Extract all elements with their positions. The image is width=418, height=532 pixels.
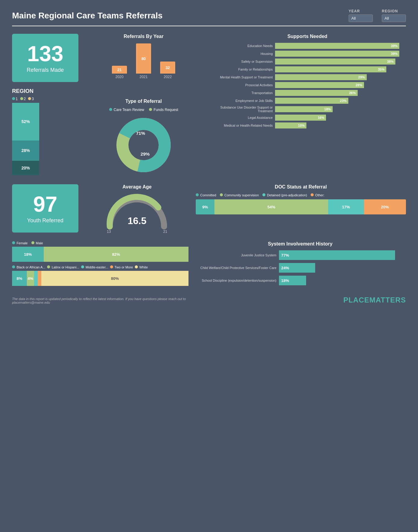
support-label: Medical or Health-Related Needs bbox=[209, 124, 275, 127]
region-filter: REGION All 1 2 3 bbox=[382, 9, 406, 22]
bar-chart: 21 2020 80 2021 32 2022 bbox=[112, 43, 175, 79]
race-seg bbox=[38, 271, 41, 286]
support-row: Substance Use Disorder Support or Treatm… bbox=[209, 106, 406, 113]
referrals-number: 133 bbox=[27, 43, 63, 65]
support-bar-container: 38% bbox=[275, 59, 406, 65]
bar-2022: 32 bbox=[160, 62, 175, 74]
region-select[interactable]: All 1 2 3 bbox=[382, 14, 406, 22]
support-bar-fill: 39% bbox=[275, 43, 399, 49]
youth-section: 97 Youth Referred Average Age 16.5 13 21… bbox=[12, 184, 406, 234]
sys-row: School Discipline (expulsion/detention/s… bbox=[195, 276, 406, 285]
support-bar-fill: 28% bbox=[275, 82, 364, 88]
gender-seg: 82% bbox=[44, 247, 188, 262]
doc-detained: Detained (pre-adjudication) bbox=[262, 193, 307, 197]
male-legend: Male bbox=[31, 241, 43, 245]
support-bar-fill: 26% bbox=[275, 90, 357, 96]
region-stacked-bar: 52% 28% 20% bbox=[12, 103, 39, 175]
support-bar-fill: 23% bbox=[275, 98, 348, 104]
support-label: Substance Use Disorder Support or Treatm… bbox=[209, 106, 275, 113]
support-bar-fill: 18% bbox=[275, 106, 333, 112]
sys-row: Juvenile Justice System 77% bbox=[195, 250, 406, 260]
referral-type-title: Type of Referral bbox=[125, 99, 162, 104]
legend-care-team: Care Team Review bbox=[109, 108, 144, 112]
supports-title: Supports Needed bbox=[209, 34, 406, 39]
age-min: 13 bbox=[107, 230, 111, 234]
support-row: Mental Health Support or Treatment 29% bbox=[209, 74, 406, 80]
support-label: Housing bbox=[209, 52, 275, 55]
race-bar: 8%4%80% bbox=[12, 271, 188, 286]
system-involvement: System Involvement History Juvenile Just… bbox=[195, 241, 406, 288]
sys-bar: 24% bbox=[279, 263, 315, 273]
bar-col-2021: 80 2021 bbox=[136, 43, 151, 79]
sys-label: Child Welfare/Child Protective Services/… bbox=[195, 266, 279, 270]
support-bar-container: 35% bbox=[275, 66, 406, 72]
support-pct: 39% bbox=[391, 52, 397, 55]
type-of-referral: Type of Referral Care Team Review Funds … bbox=[84, 99, 203, 175]
support-row: Medical or Health-Related Needs 10% bbox=[209, 122, 406, 128]
female-legend: Female bbox=[12, 241, 28, 245]
support-label: Legal Assistance bbox=[209, 116, 275, 119]
region-seg-2: 28% bbox=[12, 141, 39, 161]
youth-label: Youth Referred bbox=[27, 217, 63, 224]
region-seg-1: 52% bbox=[12, 103, 39, 141]
region-legend-3: 3 bbox=[28, 97, 34, 101]
support-bar-container: 26% bbox=[275, 90, 406, 96]
year-label-2022: 2022 bbox=[164, 75, 172, 79]
year-select[interactable]: All 2020 2021 2022 bbox=[349, 14, 373, 22]
sys-inv-list: Juvenile Justice System 77% Child Welfar… bbox=[195, 250, 406, 285]
doc-title: DOC Status at Referral bbox=[196, 184, 406, 190]
sys-label: School Discipline (expulsion/detention/s… bbox=[195, 279, 279, 282]
referrals-by-year-title: Referrals By Year bbox=[124, 34, 163, 39]
doc-status: DOC Status at Referral Committed Communi… bbox=[196, 184, 406, 214]
race-white: White bbox=[135, 265, 148, 269]
age-max: 21 bbox=[163, 230, 167, 234]
support-label: Education Needs bbox=[209, 44, 275, 48]
year-label-2021: 2021 bbox=[140, 75, 148, 79]
page-title: Maine Regional Care Teams Referrals bbox=[12, 11, 163, 21]
support-pct: 28% bbox=[356, 83, 362, 87]
support-label: Prosocial Activities bbox=[209, 83, 275, 87]
doc-other: Other: bbox=[311, 193, 325, 197]
support-pct: 29% bbox=[358, 75, 365, 79]
supports-needed: Supports Needed Education Needs 39% Hous… bbox=[209, 34, 406, 175]
support-bar-fill: 39% bbox=[275, 51, 399, 57]
support-bar-container: 39% bbox=[275, 51, 406, 57]
race-legend: Black or African A... Latinx or Hispani.… bbox=[12, 265, 188, 269]
support-pct: 23% bbox=[340, 99, 347, 103]
bar-col-2020: 21 2020 bbox=[112, 66, 127, 79]
doc-seg: 17% bbox=[328, 199, 364, 214]
sys-bar: 18% bbox=[279, 276, 306, 285]
support-pct: 18% bbox=[324, 107, 331, 111]
support-row: Legal Assistance 16% bbox=[209, 115, 406, 121]
support-row: Family or Relationships 35% bbox=[209, 66, 406, 72]
doc-seg: 9% bbox=[196, 199, 215, 214]
support-bar-container: 18% bbox=[275, 106, 406, 112]
doc-seg: 20% bbox=[364, 199, 406, 214]
region-label: REGION bbox=[382, 9, 398, 13]
region-seg-3: 20% bbox=[12, 161, 39, 175]
referrals-label: Referrals Made bbox=[27, 67, 64, 73]
doc-bar: 9%54%17%20% bbox=[196, 199, 406, 214]
race-latinx: Latinx or Hispani... bbox=[47, 265, 79, 269]
support-pct: 38% bbox=[387, 60, 394, 63]
support-bar-container: 23% bbox=[275, 98, 406, 104]
race-seg: 8% bbox=[12, 271, 27, 286]
support-bar-container: 10% bbox=[275, 122, 406, 128]
filters: YEAR All 2020 2021 2022 REGION All 1 2 3 bbox=[349, 9, 406, 22]
doc-community: Community supervision bbox=[220, 193, 259, 197]
page-footer: The data in this report is updated perio… bbox=[12, 296, 406, 304]
support-bar-fill: 35% bbox=[275, 66, 386, 72]
doc-committed: Committed bbox=[196, 193, 216, 197]
average-age: Average Age 16.5 13 21 bbox=[84, 184, 190, 234]
gender-seg: 18% bbox=[12, 247, 44, 262]
region-chart: REGION 1 2 3 52% 28% 20% bbox=[12, 88, 60, 175]
demographics-section: Female Male 18%82% Black or African A...… bbox=[12, 241, 406, 288]
referrals-by-year: Referrals By Year 21 2020 80 2021 32 202… bbox=[84, 34, 203, 93]
top-section: 133 Referrals Made REGION 1 2 3 52% 28% … bbox=[12, 34, 406, 175]
race-two: Two or More bbox=[110, 265, 133, 269]
support-row: Prosocial Activities 28% bbox=[209, 82, 406, 88]
bar-2020: 21 bbox=[112, 66, 127, 74]
gauge-chart: 16.5 bbox=[104, 193, 170, 230]
race-black: Black or African A... bbox=[12, 265, 45, 269]
support-bar-container: 29% bbox=[275, 74, 406, 80]
